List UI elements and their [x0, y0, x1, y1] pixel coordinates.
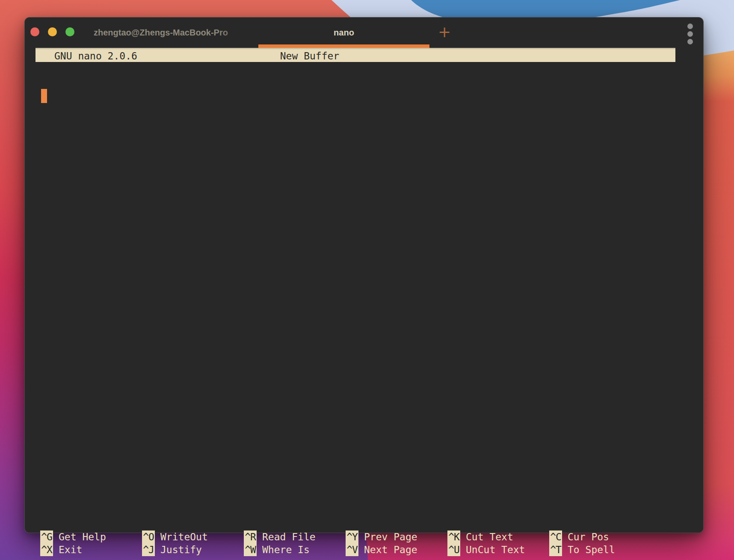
- shortcut-uncut-text: ^UUnCut Text: [447, 543, 549, 556]
- shortcut-to-spell: ^TTo Spell: [549, 543, 651, 556]
- close-button[interactable]: [30, 27, 39, 36]
- traffic-lights: [30, 27, 74, 36]
- shortcut-label: Cur Pos: [568, 531, 609, 542]
- shortcut-key: ^T: [549, 543, 562, 556]
- shortcut-prev-page: ^YPrev Page: [346, 531, 447, 543]
- nano-editor: GNU nano 2.0.6 New Buffer ^GGet Help ^XE…: [25, 47, 703, 533]
- shortcut-label: Where Is: [262, 544, 310, 555]
- shortcut-where-is: ^WWhere Is: [244, 543, 346, 556]
- text-buffer-area[interactable]: [36, 62, 675, 498]
- shortcut-writeout: ^OWriteOut: [142, 531, 244, 543]
- shortcut-justify: ^JJustify: [142, 543, 244, 556]
- shortcut-key: ^Y: [346, 531, 358, 543]
- shortcut-label: To Spell: [568, 544, 615, 555]
- shortcut-cut-text: ^KCut Text: [447, 531, 549, 543]
- shortcut-key: ^X: [40, 543, 53, 556]
- window-title: zhengtao@Zhengs-MacBook-Pro: [94, 18, 265, 47]
- shortcut-key: ^W: [244, 543, 257, 556]
- minimize-button[interactable]: [48, 27, 57, 36]
- shortcut-column: ^YPrev Page ^VNext Page: [346, 531, 447, 556]
- nano-buffer-title: New Buffer: [0, 49, 630, 63]
- shortcut-read-file: ^RRead File: [244, 531, 346, 543]
- shortcut-label: Exit: [59, 544, 82, 555]
- shortcut-next-page: ^VNext Page: [346, 543, 447, 556]
- shortcut-column: ^OWriteOut ^JJustify: [142, 531, 244, 556]
- shortcut-label: Justify: [160, 544, 202, 555]
- shortcut-label: Cut Text: [466, 531, 513, 542]
- shortcut-column: ^CCur Pos ^TTo Spell: [549, 531, 651, 556]
- shortcut-get-help: ^GGet Help: [40, 531, 142, 543]
- tab-bar: zhengtao@Zhengs-MacBook-Pro nano +: [25, 18, 703, 47]
- shortcut-key: ^J: [142, 543, 155, 556]
- shortcut-key: ^C: [549, 531, 562, 543]
- shortcut-cur-pos: ^CCur Pos: [549, 531, 651, 543]
- shortcut-key: ^K: [447, 531, 460, 543]
- shortcut-bar: ^GGet Help ^XExit ^OWriteOut ^JJustify ^…: [40, 531, 651, 556]
- shortcut-key: ^G: [40, 531, 53, 543]
- shortcut-exit: ^XExit: [40, 543, 142, 556]
- shortcut-key: ^R: [244, 531, 257, 543]
- shortcut-label: Next Page: [364, 544, 417, 555]
- shortcut-key: ^V: [346, 543, 358, 556]
- shortcut-label: UnCut Text: [466, 544, 525, 555]
- nano-title-bar: GNU nano 2.0.6 New Buffer: [36, 48, 675, 62]
- shortcut-label: WriteOut: [160, 531, 208, 542]
- shortcut-key: ^U: [447, 543, 460, 556]
- zoom-button[interactable]: [65, 27, 74, 36]
- shortcut-key: ^O: [142, 531, 155, 543]
- shortcut-column: ^GGet Help ^XExit: [40, 531, 142, 556]
- overflow-menu-icon[interactable]: [687, 24, 693, 44]
- tab-nano[interactable]: nano: [258, 18, 429, 47]
- new-tab-button[interactable]: +: [436, 24, 453, 41]
- shortcut-column: ^KCut Text ^UUnCut Text: [447, 531, 549, 556]
- shortcut-label: Read File: [262, 531, 316, 542]
- text-cursor: [41, 89, 47, 103]
- shortcut-label: Get Help: [59, 531, 106, 542]
- terminal-window: zhengtao@Zhengs-MacBook-Pro nano + GNU n…: [24, 17, 704, 533]
- shortcut-label: Prev Page: [364, 531, 417, 542]
- shortcut-column: ^RRead File ^WWhere Is: [244, 531, 346, 556]
